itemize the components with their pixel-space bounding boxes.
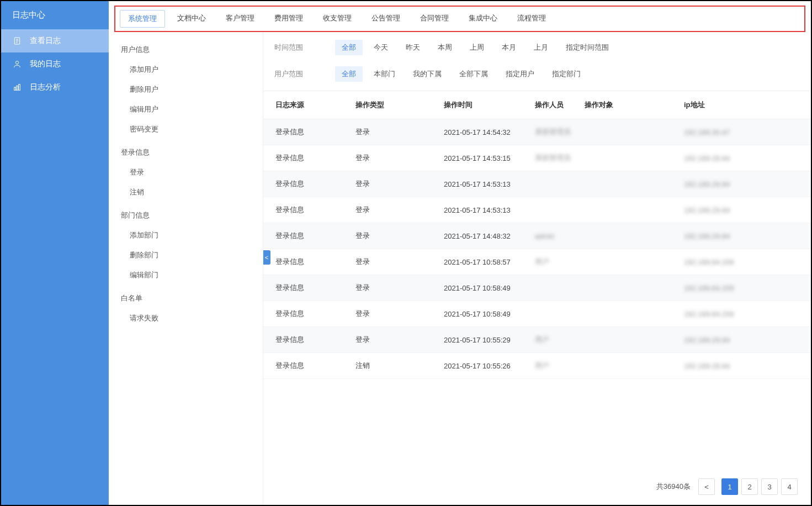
collapse-tree-handle[interactable]: <	[263, 250, 270, 265]
table-header-3: 操作人员	[528, 91, 578, 119]
top-tab-8[interactable]: 流程管理	[510, 10, 554, 28]
filter-time-opt-0[interactable]: 全部	[335, 40, 363, 55]
tree-item-1-0[interactable]: 登录	[118, 162, 261, 182]
top-tab-1[interactable]: 文档中心	[169, 10, 214, 28]
cell-type: 登录	[349, 301, 437, 327]
cell-time: 2021-05-17 10:58:49	[437, 301, 528, 327]
table-header-5: ip地址	[677, 91, 811, 119]
table-header-1: 操作类型	[349, 91, 437, 119]
tree-group-3[interactable]: 白名单	[118, 288, 261, 308]
top-tab-0[interactable]: 系统管理	[120, 10, 165, 28]
cell-source: 登录信息	[263, 197, 349, 223]
sidebar-item-1[interactable]: 我的日志	[1, 52, 109, 76]
tree-item-2-1[interactable]: 删除部门	[118, 245, 261, 265]
tree-item-0-3[interactable]: 密码变更	[118, 119, 261, 139]
cell-source: 登录信息	[263, 327, 349, 353]
top-tab-7[interactable]: 集成中心	[461, 10, 505, 28]
table-row[interactable]: 登录信息登录2021-05-17 14:54:32系统管理员192.168.30…	[263, 119, 811, 145]
cell-ip: 192.168.64.209	[677, 249, 811, 275]
cell-target	[578, 275, 677, 301]
cell-ip: 192.168.30.47	[677, 119, 811, 145]
content-area: < 时间范围 全部今天昨天本周上周本月上月指定时间范围 用户范围 全部本部门我的…	[263, 32, 811, 505]
filter-user-opt-0[interactable]: 全部	[335, 66, 363, 82]
log-table-wrap: 日志来源操作类型操作时间操作人员操作对象ip地址 登录信息登录2021-05-1…	[263, 91, 811, 468]
cell-source: 登录信息	[263, 249, 349, 275]
pagination-prev[interactable]: <	[698, 478, 715, 495]
tree-item-0-2[interactable]: 编辑用户	[118, 99, 261, 119]
top-tab-3[interactable]: 费用管理	[267, 10, 311, 28]
table-row[interactable]: 登录信息登录2021-05-17 14:48:32admin192.168.29…	[263, 223, 811, 249]
filter-time-opt-3[interactable]: 本周	[431, 40, 459, 55]
tree-item-0-1[interactable]: 删除用户	[118, 80, 261, 99]
sidebar-title: 日志中心	[1, 1, 109, 29]
sidebar-item-2[interactable]: 日志分析	[1, 76, 109, 99]
tree-group-1[interactable]: 登录信息	[118, 143, 261, 162]
cell-ip: 192.168.29.84	[677, 327, 811, 353]
tree-item-2-2[interactable]: 编辑部门	[118, 265, 261, 285]
svg-point-4	[15, 61, 18, 64]
tree-item-0-0[interactable]: 添加用户	[118, 60, 261, 80]
table-row[interactable]: 登录信息登录2021-05-17 10:58:49192.168.64.209	[263, 275, 811, 301]
document-icon	[12, 36, 22, 46]
table-header-4: 操作对象	[578, 91, 677, 119]
page-btn-1[interactable]: 1	[721, 478, 738, 495]
pagination: 共36940条 < 1234	[263, 468, 811, 505]
filter-user-opt-5[interactable]: 指定部门	[545, 66, 587, 82]
filter-time-opt-5[interactable]: 本月	[495, 40, 523, 55]
cell-time: 2021-05-17 10:55:26	[437, 353, 528, 379]
tree-item-2-0[interactable]: 添加部门	[118, 225, 261, 245]
cell-person	[528, 301, 578, 327]
filter-panel: 时间范围 全部今天昨天本周上周本月上月指定时间范围 用户范围 全部本部门我的下属…	[263, 32, 811, 91]
filter-time-opt-2[interactable]: 昨天	[399, 40, 427, 55]
tree-item-3-0[interactable]: 请求失败	[118, 308, 261, 328]
cell-type: 注销	[349, 353, 437, 379]
sidebar-item-label: 我的日志	[30, 59, 61, 69]
tree-group-0[interactable]: 用户信息	[118, 40, 261, 60]
page-btn-4[interactable]: 4	[781, 478, 798, 495]
cell-type: 登录	[349, 171, 437, 197]
filter-user-opt-3[interactable]: 全部下属	[453, 66, 495, 82]
cell-time: 2021-05-17 14:54:32	[437, 119, 528, 145]
top-tab-5[interactable]: 公告管理	[364, 10, 408, 28]
cell-ip: 192.168.29.84	[677, 197, 811, 223]
top-tab-2[interactable]: 客户管理	[218, 10, 262, 28]
table-row[interactable]: 登录信息登录2021-05-17 10:55:29用户192.168.29.84	[263, 327, 811, 353]
top-tab-4[interactable]: 收支管理	[315, 10, 359, 28]
cell-type: 登录	[349, 223, 437, 249]
filter-user-opt-1[interactable]: 本部门	[367, 66, 402, 82]
filter-time-opt-4[interactable]: 上周	[463, 40, 491, 55]
filter-user-opt-2[interactable]: 我的下属	[406, 66, 448, 82]
table-row[interactable]: 登录信息注销2021-05-17 10:55:26用户192.168.29.84	[263, 353, 811, 379]
filter-row-user: 用户范围 全部本部门我的下属全部下属指定用户指定部门	[263, 61, 811, 87]
table-row[interactable]: 登录信息登录2021-05-17 10:58:57用户192.168.64.20…	[263, 249, 811, 275]
cell-source: 登录信息	[263, 275, 349, 301]
user-icon	[12, 59, 22, 69]
cell-person: 用户	[528, 327, 578, 353]
page-btn-3[interactable]: 3	[761, 478, 778, 495]
tree-group-2[interactable]: 部门信息	[118, 205, 261, 225]
cell-target	[578, 249, 677, 275]
sidebar-item-0[interactable]: 查看日志	[1, 29, 109, 52]
top-tab-6[interactable]: 合同管理	[412, 10, 457, 28]
filter-user-opt-4[interactable]: 指定用户	[499, 66, 541, 82]
cell-source: 登录信息	[263, 145, 349, 171]
table-row[interactable]: 登录信息登录2021-05-17 14:53:13192.168.29.84	[263, 171, 811, 197]
cell-target	[578, 197, 677, 223]
filter-time-opt-6[interactable]: 上月	[527, 40, 555, 55]
svg-rect-7	[19, 85, 20, 91]
filter-time-opt-7[interactable]: 指定时间范围	[559, 40, 615, 55]
top-tabs-container: 系统管理文档中心客户管理费用管理收支管理公告管理合同管理集成中心流程管理	[109, 1, 811, 32]
page-btn-2[interactable]: 2	[741, 478, 758, 495]
table-row[interactable]: 登录信息登录2021-05-17 10:58:49192.168.64.209	[263, 301, 811, 327]
table-row[interactable]: 登录信息登录2021-05-17 14:53:15系统管理员192.168.29…	[263, 145, 811, 171]
cell-source: 登录信息	[263, 353, 349, 379]
filter-time-opt-1[interactable]: 今天	[367, 40, 395, 55]
tree-item-1-1[interactable]: 注销	[118, 182, 261, 202]
cell-person	[528, 171, 578, 197]
cell-source: 登录信息	[263, 119, 349, 145]
pagination-total: 共36940条	[656, 482, 691, 492]
filter-options-user: 全部本部门我的下属全部下属指定用户指定部门	[335, 66, 592, 82]
sidebar-item-label: 日志分析	[30, 82, 61, 92]
cell-time: 2021-05-17 10:55:29	[437, 327, 528, 353]
table-row[interactable]: 登录信息登录2021-05-17 14:53:13192.168.29.84	[263, 197, 811, 223]
